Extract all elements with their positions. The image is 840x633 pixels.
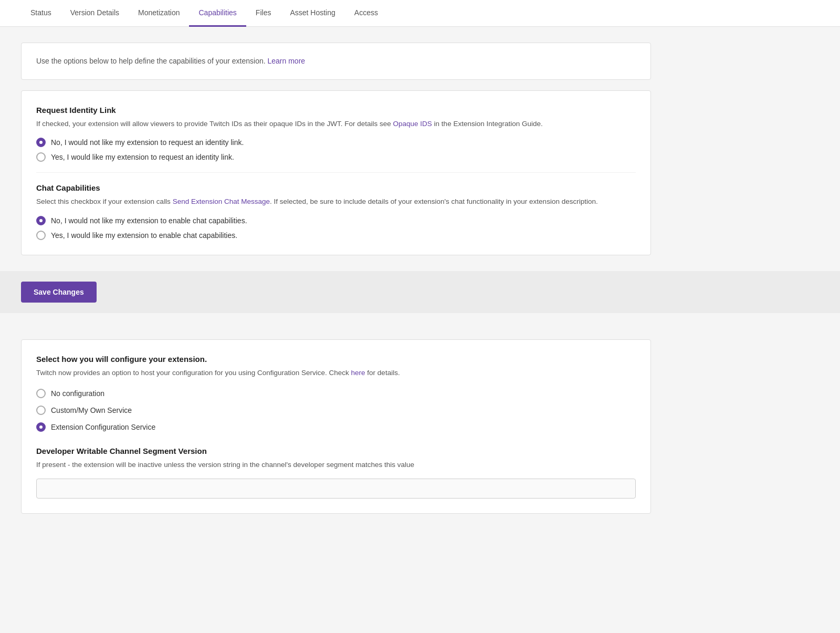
config-section-desc: Twitch now provides an option to host yo… (36, 368, 636, 378)
chat-capabilities-section: Chat Capabilities Select this checkbox i… (36, 183, 636, 240)
config-here-link[interactable]: here (351, 369, 365, 377)
send-chat-message-link[interactable]: Send Extension Chat Message (173, 198, 270, 205)
capabilities-card: Request Identity Link If checked, your e… (21, 90, 651, 255)
identity-no-option[interactable]: No, I would not like my extension to req… (36, 138, 636, 147)
nav-tabs: Status Version Details Monetization Capa… (0, 0, 840, 27)
chat-no-radio[interactable] (36, 216, 46, 225)
identity-yes-option[interactable]: Yes, I would like my extension to reques… (36, 152, 636, 162)
config-radio-group: No configuration Custom/My Own Service E… (36, 389, 636, 432)
config-section: Select how you will configure your exten… (21, 339, 651, 514)
config-extension-radio[interactable] (36, 422, 46, 432)
config-extension-label: Extension Configuration Service (51, 423, 155, 431)
chat-no-option[interactable]: No, I would not like my extension to ena… (36, 216, 636, 225)
chat-yes-label: Yes, I would like my extension to enable… (51, 231, 237, 240)
dev-writable-input[interactable] (36, 479, 636, 499)
identity-no-radio[interactable] (36, 138, 46, 147)
tab-asset-hosting[interactable]: Asset Hosting (280, 0, 344, 27)
identity-yes-radio[interactable] (36, 152, 46, 162)
chat-radio-group: No, I would not like my extension to ena… (36, 216, 636, 240)
dev-writable-desc: If present - the extension will be inact… (36, 460, 636, 470)
opaque-ids-link[interactable]: Opaque IDS (393, 120, 432, 128)
config-custom-label: Custom/My Own Service (51, 406, 132, 414)
config-none-option[interactable]: No configuration (36, 389, 636, 398)
config-custom-option[interactable]: Custom/My Own Service (36, 406, 636, 415)
chat-no-label: No, I would not like my extension to ena… (51, 216, 247, 225)
tab-monetization[interactable]: Monetization (129, 0, 189, 27)
dev-writable-title: Developer Writable Channel Segment Versi… (36, 447, 636, 455)
learn-more-link[interactable]: Learn more (268, 57, 306, 65)
chat-yes-option[interactable]: Yes, I would like my extension to enable… (36, 231, 636, 240)
config-section-title: Select how you will configure your exten… (36, 355, 636, 364)
main-content-lower: Select how you will configure your exten… (0, 324, 672, 541)
chat-yes-radio[interactable] (36, 231, 46, 240)
tab-status[interactable]: Status (21, 0, 61, 27)
config-none-radio[interactable] (36, 389, 46, 398)
request-identity-title: Request Identity Link (36, 106, 636, 115)
save-bar: Save Changes (0, 271, 840, 313)
tab-files[interactable]: Files (246, 0, 281, 27)
chat-capabilities-title: Chat Capabilities (36, 183, 636, 192)
config-extension-option[interactable]: Extension Configuration Service (36, 422, 636, 432)
main-content: Use the options below to help define the… (0, 27, 672, 271)
tab-access[interactable]: Access (345, 0, 387, 27)
identity-no-label: No, I would not like my extension to req… (51, 138, 244, 147)
identity-radio-group: No, I would not like my extension to req… (36, 138, 636, 162)
chat-capabilities-desc: Select this checkbox if your extension c… (36, 196, 636, 207)
identity-yes-label: Yes, I would like my extension to reques… (51, 153, 234, 161)
save-changes-button[interactable]: Save Changes (21, 282, 97, 303)
request-identity-desc: If checked, your extension will allow vi… (36, 119, 636, 129)
request-identity-section: Request Identity Link If checked, your e… (36, 106, 636, 173)
config-custom-radio[interactable] (36, 406, 46, 415)
config-none-label: No configuration (51, 389, 104, 398)
tab-version-details[interactable]: Version Details (61, 0, 129, 27)
tab-capabilities[interactable]: Capabilities (189, 0, 246, 27)
dev-writable-section: Developer Writable Channel Segment Versi… (36, 447, 636, 499)
info-text: Use the options below to help define the… (36, 57, 268, 65)
info-box: Use the options below to help define the… (21, 43, 651, 80)
